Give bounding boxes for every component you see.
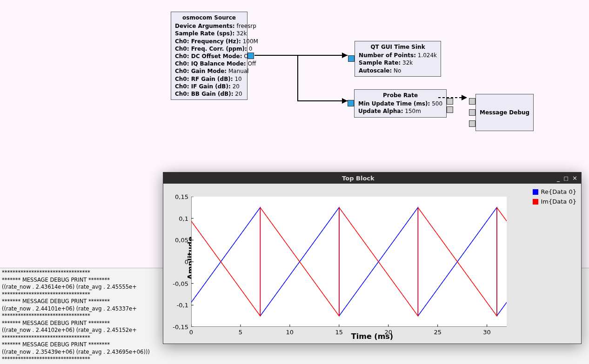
ytick-label: 0,1 bbox=[179, 215, 188, 222]
xtick-label: 20 bbox=[384, 329, 392, 336]
xtick-label: 25 bbox=[434, 329, 442, 336]
block-param: Min Update Time (ms): 500 bbox=[358, 100, 442, 107]
xtick-label: 30 bbox=[483, 329, 491, 336]
block-title: osmocom Source bbox=[175, 14, 243, 21]
ytick-label: -0,1 bbox=[177, 302, 188, 309]
plot-series bbox=[191, 207, 507, 316]
ytick-label: 0,05 bbox=[175, 237, 188, 244]
ytick-label: 0,15 bbox=[175, 193, 188, 200]
plot-series bbox=[191, 207, 507, 316]
xtick-label: 0 bbox=[189, 329, 193, 336]
title-bar[interactable]: Top Block _ ◻ ✕ bbox=[163, 172, 581, 184]
block-title: Probe Rate bbox=[358, 92, 442, 99]
block-param: Sample Rate: 32k bbox=[359, 59, 437, 66]
close-icon[interactable]: ✕ bbox=[572, 175, 577, 182]
maximize-icon[interactable]: ◻ bbox=[563, 175, 569, 182]
ytick-label: 0 bbox=[185, 258, 188, 265]
block-param: Autoscale: No bbox=[359, 67, 437, 74]
block-param: Ch0: BB Gain (dB): 20 bbox=[175, 90, 243, 98]
block-param: Sample Rate (sps): 32k bbox=[175, 30, 243, 37]
block-param: Ch0: DC Offset Mode: Off bbox=[175, 53, 243, 60]
xtick-label: 5 bbox=[239, 329, 242, 336]
block-param: Ch0: RF Gain (dB): 10 bbox=[175, 75, 243, 83]
block-param: Device Arguments: freesrp bbox=[175, 22, 243, 30]
ytick-label: -0,05 bbox=[173, 280, 188, 287]
plot-legend: Re{Data 0} Im{Data 0} bbox=[533, 188, 576, 208]
msg-input-port[interactable] bbox=[469, 120, 475, 127]
msg-input-port[interactable] bbox=[469, 98, 475, 105]
input-port[interactable] bbox=[348, 55, 355, 62]
block-title: QT GUI Time Sink bbox=[359, 43, 437, 51]
window-top-block[interactable]: Top Block _ ◻ ✕ Amplitude Time (ms) Re{D… bbox=[163, 172, 582, 344]
plot-xlabel: Time (ms) bbox=[163, 332, 581, 341]
block-param: Number of Points: 1.024k bbox=[359, 52, 437, 59]
block-param: Ch0: IF Gain (dB): 20 bbox=[175, 83, 243, 90]
block-param: Ch0: Gain Mode: Manual bbox=[175, 67, 243, 75]
block-probe-rate[interactable]: Probe Rate Min Update Time (ms): 500Upda… bbox=[354, 89, 447, 118]
block-param: Ch0: Frequency (Hz): 100M bbox=[175, 38, 243, 45]
ytick-label: -0,15 bbox=[173, 324, 188, 331]
msg-output-port[interactable] bbox=[447, 106, 453, 113]
block-message-debug[interactable]: Message Debug bbox=[475, 94, 534, 131]
plot-area[interactable]: -0,15-0,1-0,0500,050,10,15 051015202530 bbox=[191, 197, 507, 327]
block-param: Update Alpha: 150m bbox=[358, 107, 442, 115]
window-title: Top Block bbox=[163, 175, 553, 182]
minimize-icon[interactable]: _ bbox=[557, 175, 560, 182]
block-title: Message Debug bbox=[480, 109, 529, 116]
input-port[interactable] bbox=[348, 100, 354, 106]
block-qt-gui-time-sink[interactable]: QT GUI Time Sink Number of Points: 1.024… bbox=[355, 41, 441, 77]
output-port[interactable] bbox=[248, 53, 254, 59]
msg-input-port[interactable] bbox=[469, 109, 475, 116]
block-osmocom-source[interactable]: osmocom Source Device Arguments: freesrp… bbox=[171, 12, 248, 100]
xtick-label: 10 bbox=[286, 329, 294, 336]
block-param: Ch0: Freq. Corr. (ppm): 0 bbox=[175, 45, 243, 53]
block-param: Ch0: IQ Balance Mode: Off bbox=[175, 60, 243, 67]
xtick-label: 15 bbox=[335, 329, 343, 336]
msg-output-port[interactable] bbox=[447, 98, 453, 105]
